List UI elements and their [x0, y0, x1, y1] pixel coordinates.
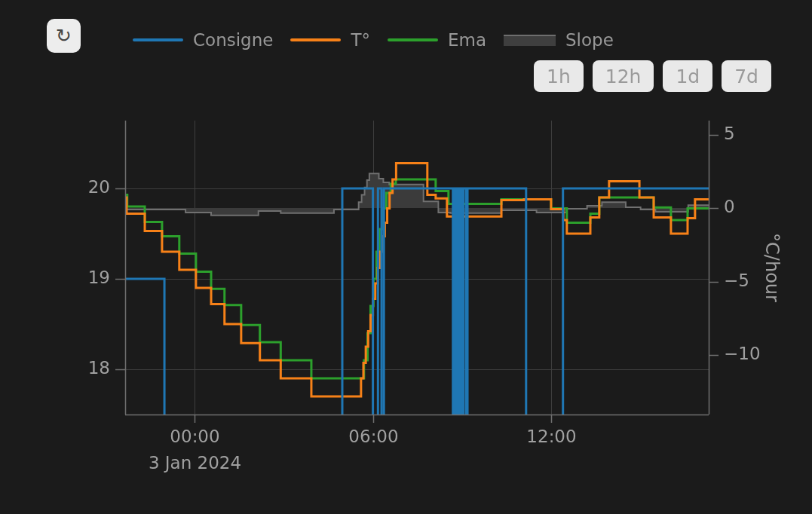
range-button-1h[interactable]: 1h — [534, 60, 584, 92]
legend-label: T° — [351, 30, 370, 50]
legend-swatch — [504, 35, 556, 46]
range-button-12h[interactable]: 12h — [593, 60, 654, 92]
legend-swatch — [290, 38, 341, 41]
range-buttons: 1h12h1d7d — [534, 60, 771, 92]
legend: ConsigneT°EmaSlope — [133, 29, 614, 50]
legend-item-consigne[interactable]: Consigne — [133, 30, 273, 50]
range-button-7d[interactable]: 7d — [722, 60, 771, 92]
thermostat-chart-app: ↻ ConsigneT°EmaSlope 1h12h1d7d — [0, 0, 812, 514]
legend-item-slope[interactable]: Slope — [504, 30, 614, 50]
legend-label: Ema — [448, 30, 486, 50]
legend-swatch — [388, 38, 438, 41]
legend-item-ema[interactable]: Ema — [388, 30, 486, 50]
refresh-icon: ↻ — [56, 25, 72, 47]
legend-item-t[interactable]: T° — [290, 30, 370, 50]
refresh-button[interactable]: ↻ — [47, 19, 81, 53]
legend-label: Consigne — [193, 30, 273, 50]
legend-label: Slope — [565, 30, 614, 50]
range-button-1d[interactable]: 1d — [663, 60, 712, 92]
legend-swatch — [133, 38, 183, 41]
